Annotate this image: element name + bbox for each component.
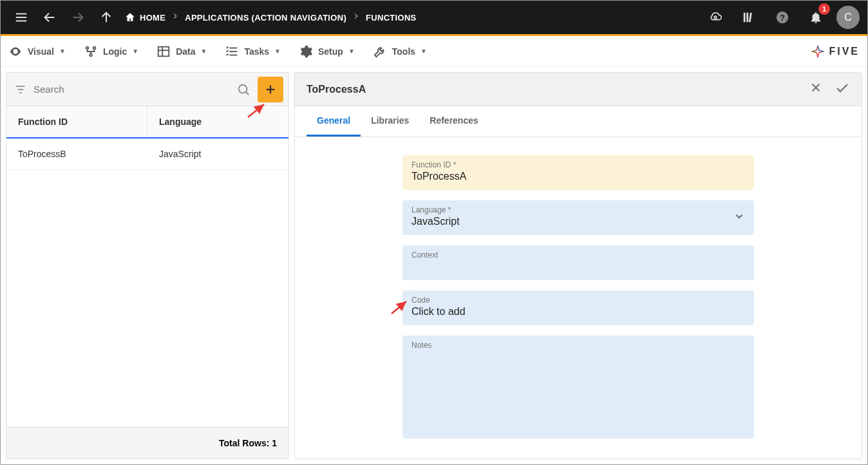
home-icon: [124, 12, 136, 23]
column-function-id[interactable]: Function ID: [6, 106, 147, 137]
menu-label: Data: [176, 46, 195, 57]
svg-rect-9: [749, 13, 752, 23]
breadcrumb-label: FUNCTIONS: [366, 13, 417, 23]
list-footer: Total Rows: 1: [6, 427, 288, 459]
field-value: [411, 261, 745, 274]
table-icon: [156, 44, 171, 59]
tab-references[interactable]: References: [419, 106, 489, 137]
hamburger-icon[interactable]: [8, 5, 34, 30]
menu-data[interactable]: Data▼: [156, 44, 207, 59]
breadcrumb-applications[interactable]: APPLICATIONS (ACTION NAVIGATION): [185, 13, 346, 23]
svg-point-12: [86, 46, 89, 49]
back-icon[interactable]: [37, 5, 62, 30]
list-header: Function ID Language: [6, 106, 288, 138]
search-icon[interactable]: [232, 82, 255, 97]
menu-label: Logic: [103, 46, 127, 57]
menu-label: Tools: [392, 46, 415, 57]
tasks-icon: [225, 44, 239, 59]
svg-rect-7: [744, 13, 746, 23]
menubar: Visual▼ Logic▼ Data▼ Tasks▼ Setup▼ Tools…: [1, 36, 867, 67]
notes-field[interactable]: Notes: [402, 336, 754, 439]
search-row: [6, 73, 288, 106]
confirm-icon[interactable]: [835, 81, 850, 99]
list-body: ToProcessB JavaScript: [6, 138, 288, 427]
menu-tools[interactable]: Tools▼: [373, 44, 427, 59]
tab-general[interactable]: General: [307, 106, 361, 137]
code-field[interactable]: Code Click to add: [402, 290, 754, 325]
detail-header: ToProcessA: [295, 73, 862, 106]
logic-icon: [84, 44, 98, 59]
menu-label: Setup: [318, 46, 343, 57]
close-icon[interactable]: [809, 81, 823, 99]
up-icon[interactable]: [93, 5, 119, 30]
tools-icon: [373, 44, 387, 59]
plus-icon: [263, 82, 278, 97]
svg-rect-8: [746, 13, 748, 23]
filter-icon[interactable]: [12, 83, 30, 96]
menu-setup[interactable]: Setup▼: [299, 44, 355, 59]
avatar[interactable]: C: [836, 6, 860, 29]
menu-label: Tasks: [244, 46, 269, 57]
field-label: Code: [411, 296, 745, 305]
detail-tabs: General Libraries References: [295, 106, 862, 137]
library-icon[interactable]: [736, 5, 762, 30]
function-detail-panel: ToProcessA General Libraries References …: [294, 72, 862, 459]
chevron-right-icon: [171, 12, 180, 23]
cloud-icon[interactable]: [703, 5, 728, 30]
logo-text: FIVE: [829, 46, 860, 57]
cell-function-id: ToProcessB: [6, 138, 147, 169]
add-button[interactable]: [258, 77, 283, 102]
svg-line-25: [246, 92, 249, 95]
breadcrumb-functions[interactable]: FUNCTIONS: [366, 13, 417, 23]
menu-label: Visual: [28, 46, 54, 57]
page-title: ToProcessA: [307, 84, 366, 95]
field-label: Function ID *: [411, 160, 745, 169]
eye-icon: [8, 44, 23, 59]
main-content: Function ID Language ToProcessB JavaScri…: [1, 67, 867, 464]
field-value: JavaScript: [411, 216, 745, 229]
field-label: Context: [411, 251, 745, 260]
forward-icon: [65, 5, 91, 30]
topbar: HOME APPLICATIONS (ACTION NAVIGATION) FU…: [1, 1, 867, 34]
field-value: ToProcessA: [411, 171, 745, 184]
logo-icon: [811, 44, 825, 59]
svg-point-14: [90, 53, 92, 56]
field-value: [411, 351, 745, 364]
menu-logic[interactable]: Logic▼: [84, 44, 138, 59]
svg-point-24: [239, 84, 247, 93]
logo: FIVE: [811, 44, 860, 59]
search-input[interactable]: [30, 84, 232, 95]
field-label: Language *: [411, 205, 745, 214]
language-field[interactable]: Language * JavaScript: [402, 200, 754, 235]
cell-language: JavaScript: [147, 138, 288, 169]
detail-body: Function ID * ToProcessA Language * Java…: [295, 137, 862, 459]
svg-text:?: ?: [780, 13, 785, 23]
breadcrumb: HOME APPLICATIONS (ACTION NAVIGATION) FU…: [124, 12, 417, 23]
context-field[interactable]: Context: [402, 245, 754, 280]
svg-rect-15: [158, 46, 169, 56]
column-language[interactable]: Language: [147, 106, 288, 137]
notifications-icon[interactable]: 1: [803, 5, 829, 30]
table-row[interactable]: ToProcessB JavaScript: [6, 138, 288, 170]
svg-point-6: [714, 16, 717, 19]
functions-list-panel: Function ID Language ToProcessB JavaScri…: [6, 72, 289, 459]
menu-tasks[interactable]: Tasks▼: [225, 44, 281, 59]
menu-visual[interactable]: Visual▼: [8, 44, 66, 59]
breadcrumb-label: HOME: [140, 13, 165, 23]
tab-libraries[interactable]: Libraries: [361, 106, 419, 137]
chevron-down-icon: [733, 211, 745, 225]
field-value: Click to add: [411, 306, 745, 319]
svg-point-13: [93, 46, 96, 49]
breadcrumb-home[interactable]: HOME: [124, 12, 165, 23]
breadcrumb-label: APPLICATIONS (ACTION NAVIGATION): [185, 13, 346, 23]
function-id-field[interactable]: Function ID * ToProcessA: [402, 155, 754, 190]
notification-badge: 1: [818, 3, 830, 15]
field-label: Notes: [411, 341, 745, 350]
gear-icon: [299, 44, 313, 59]
help-icon[interactable]: ?: [769, 5, 795, 30]
chevron-right-icon: [352, 12, 361, 23]
